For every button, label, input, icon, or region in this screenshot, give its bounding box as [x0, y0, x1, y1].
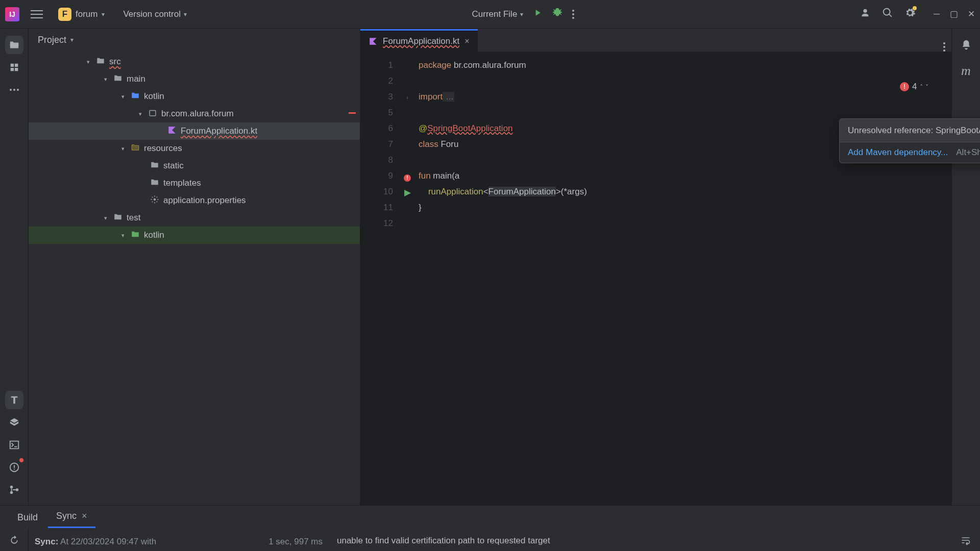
tab-options-icon[interactable] [943, 42, 945, 52]
build-tab[interactable]: Build [9, 507, 46, 528]
editor-area: ForumApplication.kt × 1 2 3 5 6 7 8 9 10… [360, 29, 951, 505]
tree-package[interactable]: ▾ br.com.alura.forum [29, 105, 360, 122]
tree-file-app-properties[interactable]: application.properties [29, 192, 360, 209]
editor-tab[interactable]: ForumApplication.kt × [360, 29, 478, 52]
code-text[interactable]: package br.com.alura.forum import ... @S… [413, 52, 587, 505]
run-config-label: Current File [472, 9, 518, 19]
fold-icon[interactable]: › [406, 94, 408, 101]
inspection-nav-icons[interactable]: ˄ ˅ [920, 83, 929, 91]
inspection-count: 4 [912, 82, 917, 92]
tree-folder-test-kotlin[interactable]: ▾ kotlin [29, 227, 360, 244]
svg-point-3 [15, 488, 18, 491]
settings-update-dot [913, 6, 917, 10]
code-area[interactable]: 1 2 3 5 6 7 8 9 10 11 12 ›! ▶ package br… [360, 52, 951, 505]
gutter-run-icon[interactable]: ▶ [404, 188, 411, 197]
tree-label: kotlin [144, 230, 164, 240]
run-config-selector[interactable]: Current File ▾ [472, 9, 524, 19]
titlebar-center: Current File ▾ [187, 7, 860, 21]
close-button[interactable]: ✕ [968, 11, 975, 18]
code-with-me-icon[interactable] [860, 7, 871, 21]
gutter-error-icon[interactable]: ! [404, 174, 411, 182]
rerun-icon[interactable] [9, 535, 19, 548]
tab-title: ForumApplication.kt [383, 36, 459, 46]
structure-tool-button[interactable] [5, 58, 23, 77]
project-tree[interactable]: ▾ src ▾ main ▾ kotlin ▾ br.com.alura.for… [29, 51, 360, 505]
output-right-rail [951, 528, 980, 551]
tree-folder-static[interactable]: static [29, 157, 360, 174]
search-everywhere-icon[interactable] [882, 7, 893, 21]
project-selector[interactable]: F forum ▾ [54, 6, 109, 23]
chevron-down-icon: ▾ [70, 36, 74, 43]
build-tabs: Build Sync × [0, 506, 980, 528]
more-run-options[interactable] [572, 10, 574, 19]
titlebar-left: IJ F forum ▾ Version control ▾ [5, 6, 187, 23]
project-panel-title: Project [38, 35, 66, 45]
sync-tab[interactable]: Sync × [48, 506, 95, 528]
tree-label: src [109, 57, 121, 67]
terminal-tool-button[interactable] [5, 436, 23, 454]
sync-root-row[interactable]: Sync: At 22/03/2024 09:47 with 1 sec, 99… [35, 533, 323, 550]
sync-output[interactable]: unable to find valid certification path … [329, 528, 951, 551]
error-stripe[interactable] [349, 112, 356, 114]
svg-point-1 [10, 486, 13, 489]
gutter-icons: ›! ▶ [401, 52, 413, 505]
build-tool-button[interactable] [5, 413, 23, 432]
popover-title: Unresolved reference: SpringBootApplicat… [848, 126, 980, 136]
sync-tree[interactable]: Sync: At 22/03/2024 09:47 with 1 sec, 99… [29, 528, 329, 551]
project-tool-button[interactable] [5, 36, 23, 54]
project-panel: Project ▾ ▾ src ▾ main ▾ kotlin ▾ br.com… [29, 29, 360, 505]
svg-point-5 [154, 198, 156, 201]
output-line: unable to find valid certification path … [337, 533, 943, 548]
error-popover: Unresolved reference: SpringBootApplicat… [839, 118, 980, 163]
more-tools-button[interactable] [5, 81, 23, 99]
inspection-widget[interactable]: ! 4 ˄ ˅ [900, 82, 929, 92]
tree-file-forum-application[interactable]: ForumApplication.kt [29, 122, 360, 140]
maven-tool-button[interactable]: m [961, 63, 971, 79]
git-tool-button[interactable] [5, 481, 23, 499]
settings-icon[interactable] [904, 7, 916, 21]
tree-folder-src[interactable]: ▾ src [29, 53, 360, 70]
text-tool-button[interactable] [5, 391, 23, 409]
soft-wrap-icon[interactable] [961, 535, 971, 548]
project-name-label: forum [76, 9, 97, 19]
window-controls: ─ ▢ ✕ [933, 11, 975, 18]
project-panel-header[interactable]: Project ▾ [29, 29, 360, 51]
vcs-dropdown[interactable]: Version control ▾ [123, 9, 186, 19]
editor-tab-row: ForumApplication.kt × [360, 29, 951, 52]
run-button[interactable] [532, 8, 543, 20]
title-bar: IJ F forum ▾ Version control ▾ Current F… [0, 0, 980, 29]
tree-label: kotlin [144, 91, 164, 102]
close-tab-icon[interactable]: × [464, 37, 469, 46]
shortcut-label: Alt+Shift+Enter [956, 147, 980, 158]
line-number-gutter: 1 2 3 5 6 7 8 9 10 11 12 [360, 52, 401, 505]
main-shell: Project ▾ ▾ src ▾ main ▾ kotlin ▾ br.com… [0, 29, 980, 505]
popover-body: Add Maven dependency... Alt+Shift+Enter … [840, 142, 980, 163]
problems-tool-button[interactable] [5, 458, 23, 477]
tree-folder-test[interactable]: ▾ test [29, 209, 360, 227]
tree-folder-kotlin[interactable]: ▾ kotlin [29, 88, 360, 105]
tree-folder-main[interactable]: ▾ main [29, 70, 360, 88]
quickfix-add-maven[interactable]: Add Maven dependency... [848, 147, 948, 158]
popover-header: Unresolved reference: SpringBootApplicat… [840, 119, 980, 142]
sync-tab-label: Sync [56, 511, 77, 521]
rail-bottom [5, 391, 23, 499]
chevron-down-icon: ▾ [520, 11, 523, 18]
vcs-label: Version control [123, 9, 180, 19]
tree-label: resources [144, 143, 182, 154]
tree-label: test [127, 213, 140, 223]
tree-folder-resources[interactable]: ▾ resources [29, 140, 360, 157]
right-tool-rail: m [951, 29, 980, 505]
build-body: Sync: At 22/03/2024 09:47 with 1 sec, 99… [0, 528, 980, 551]
minimize-button[interactable]: ─ [933, 11, 940, 18]
svg-rect-4 [150, 110, 156, 116]
sync-label: Sync: At 22/03/2024 09:47 with [35, 537, 156, 547]
app-icon: IJ [5, 7, 19, 21]
notifications-tool-button[interactable] [957, 36, 975, 54]
close-tab-icon[interactable]: × [82, 511, 87, 521]
tree-folder-templates[interactable]: templates [29, 174, 360, 192]
debug-button[interactable] [552, 7, 563, 21]
tree-label: ForumApplication.kt [181, 126, 257, 136]
error-icon: ! [900, 82, 909, 91]
main-menu-button[interactable] [28, 7, 46, 21]
maximize-button[interactable]: ▢ [950, 11, 958, 18]
